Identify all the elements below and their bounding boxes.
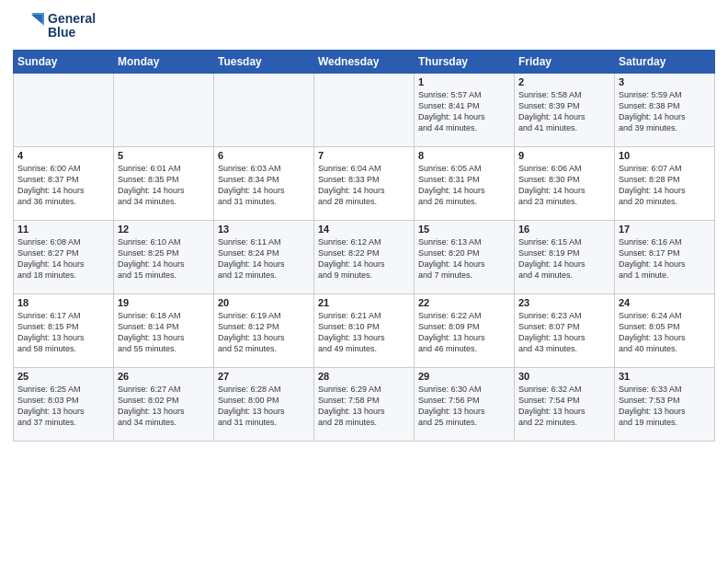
day-info: Sunrise: 6:27 AM Sunset: 8:02 PM Dayligh… (118, 384, 210, 429)
logo: General Blue (13, 9, 96, 42)
day-info: Sunrise: 6:04 AM Sunset: 8:33 PM Dayligh… (318, 163, 410, 208)
day-number: 5 (118, 150, 210, 161)
day-info: Sunrise: 6:18 AM Sunset: 8:14 PM Dayligh… (118, 310, 210, 355)
day-info: Sunrise: 6:23 AM Sunset: 8:07 PM Dayligh… (518, 310, 610, 355)
calendar-cell: 25Sunrise: 6:25 AM Sunset: 8:03 PM Dayli… (14, 368, 114, 442)
day-number: 19 (118, 297, 210, 308)
day-info: Sunrise: 6:01 AM Sunset: 8:35 PM Dayligh… (118, 163, 210, 208)
day-info: Sunrise: 5:59 AM Sunset: 8:38 PM Dayligh… (619, 89, 711, 134)
day-number: 27 (218, 371, 310, 382)
calendar-cell: 11Sunrise: 6:08 AM Sunset: 8:27 PM Dayli… (14, 221, 114, 294)
day-number: 8 (418, 150, 510, 161)
day-info: Sunrise: 5:58 AM Sunset: 8:39 PM Dayligh… (518, 89, 610, 134)
day-number: 30 (518, 371, 610, 382)
day-info: Sunrise: 6:29 AM Sunset: 7:58 PM Dayligh… (318, 384, 410, 429)
day-info: Sunrise: 6:12 AM Sunset: 8:22 PM Dayligh… (318, 236, 410, 282)
calendar-cell: 12Sunrise: 6:10 AM Sunset: 8:25 PM Dayli… (114, 221, 214, 294)
logo-svg (13, 9, 46, 42)
day-info: Sunrise: 5:57 AM Sunset: 8:41 PM Dayligh… (418, 89, 510, 134)
calendar-cell: 15Sunrise: 6:13 AM Sunset: 8:20 PM Dayli… (415, 221, 515, 294)
day-number: 16 (518, 224, 610, 235)
calendar-cell: 3Sunrise: 5:59 AM Sunset: 8:38 PM Daylig… (615, 74, 715, 147)
day-info: Sunrise: 6:32 AM Sunset: 7:54 PM Dayligh… (518, 384, 610, 429)
header: General Blue (13, 9, 715, 42)
day-header-tuesday: Tuesday (214, 51, 314, 74)
calendar-cell: 24Sunrise: 6:24 AM Sunset: 8:05 PM Dayli… (615, 294, 715, 368)
day-info: Sunrise: 6:17 AM Sunset: 8:15 PM Dayligh… (17, 310, 109, 355)
week-row-3: 11Sunrise: 6:08 AM Sunset: 8:27 PM Dayli… (14, 221, 715, 294)
calendar-cell: 13Sunrise: 6:11 AM Sunset: 8:24 PM Dayli… (214, 221, 314, 294)
day-number: 12 (118, 224, 210, 235)
day-info: Sunrise: 6:07 AM Sunset: 8:28 PM Dayligh… (619, 163, 711, 208)
calendar-cell: 30Sunrise: 6:32 AM Sunset: 7:54 PM Dayli… (515, 368, 615, 442)
day-info: Sunrise: 6:24 AM Sunset: 8:05 PM Dayligh… (619, 310, 711, 355)
day-info: Sunrise: 6:05 AM Sunset: 8:31 PM Dayligh… (418, 163, 510, 208)
calendar-cell: 1Sunrise: 5:57 AM Sunset: 8:41 PM Daylig… (415, 74, 515, 147)
day-info: Sunrise: 6:28 AM Sunset: 8:00 PM Dayligh… (218, 384, 310, 429)
day-number: 10 (619, 150, 711, 161)
week-row-4: 18Sunrise: 6:17 AM Sunset: 8:15 PM Dayli… (14, 294, 715, 368)
week-row-1: 1Sunrise: 5:57 AM Sunset: 8:41 PM Daylig… (14, 74, 715, 147)
day-number: 7 (318, 150, 410, 161)
day-number: 17 (619, 224, 711, 235)
calendar-cell: 5Sunrise: 6:01 AM Sunset: 8:35 PM Daylig… (114, 147, 214, 221)
svg-marker-2 (31, 15, 42, 24)
day-info: Sunrise: 6:08 AM Sunset: 8:27 PM Dayligh… (17, 236, 109, 282)
day-header-monday: Monday (114, 51, 214, 74)
day-header-saturday: Saturday (615, 51, 715, 74)
week-row-2: 4Sunrise: 6:00 AM Sunset: 8:37 PM Daylig… (14, 147, 715, 221)
calendar-cell: 21Sunrise: 6:21 AM Sunset: 8:10 PM Dayli… (314, 294, 415, 368)
day-number: 24 (619, 297, 711, 308)
calendar-cell: 29Sunrise: 6:30 AM Sunset: 7:56 PM Dayli… (415, 368, 515, 442)
day-number: 28 (318, 371, 410, 382)
day-info: Sunrise: 6:15 AM Sunset: 8:19 PM Dayligh… (518, 236, 610, 282)
day-number: 15 (418, 224, 510, 235)
day-number: 14 (318, 224, 410, 235)
day-number: 29 (418, 371, 510, 382)
day-info: Sunrise: 6:21 AM Sunset: 8:10 PM Dayligh… (318, 310, 410, 355)
calendar-cell: 26Sunrise: 6:27 AM Sunset: 8:02 PM Dayli… (114, 368, 214, 442)
calendar-cell: 23Sunrise: 6:23 AM Sunset: 8:07 PM Dayli… (515, 294, 615, 368)
day-number: 21 (318, 297, 410, 308)
calendar-cell: 9Sunrise: 6:06 AM Sunset: 8:30 PM Daylig… (515, 147, 615, 221)
day-info: Sunrise: 6:30 AM Sunset: 7:56 PM Dayligh… (418, 384, 510, 429)
day-number: 6 (218, 150, 310, 161)
day-info: Sunrise: 6:22 AM Sunset: 8:09 PM Dayligh… (418, 310, 510, 355)
day-number: 13 (218, 224, 310, 235)
calendar-cell: 22Sunrise: 6:22 AM Sunset: 8:09 PM Dayli… (415, 294, 515, 368)
day-header-sunday: Sunday (14, 51, 114, 74)
calendar-cell (314, 74, 415, 147)
logo-blue: Blue (48, 26, 96, 40)
calendar-cell: 7Sunrise: 6:04 AM Sunset: 8:33 PM Daylig… (314, 147, 415, 221)
calendar-cell: 18Sunrise: 6:17 AM Sunset: 8:15 PM Dayli… (14, 294, 114, 368)
calendar-cell: 2Sunrise: 5:58 AM Sunset: 8:39 PM Daylig… (515, 74, 615, 147)
logo-general: General (48, 12, 96, 26)
day-info: Sunrise: 6:25 AM Sunset: 8:03 PM Dayligh… (17, 384, 109, 429)
calendar-cell (114, 74, 214, 147)
calendar-cell: 6Sunrise: 6:03 AM Sunset: 8:34 PM Daylig… (214, 147, 314, 221)
day-info: Sunrise: 6:11 AM Sunset: 8:24 PM Dayligh… (218, 236, 310, 282)
calendar-table: SundayMondayTuesdayWednesdayThursdayFrid… (13, 50, 715, 442)
calendar-cell: 27Sunrise: 6:28 AM Sunset: 8:00 PM Dayli… (214, 368, 314, 442)
day-header-wednesday: Wednesday (314, 51, 415, 74)
day-info: Sunrise: 6:06 AM Sunset: 8:30 PM Dayligh… (518, 163, 610, 208)
day-number: 1 (418, 76, 510, 87)
day-number: 9 (518, 150, 610, 161)
day-info: Sunrise: 6:03 AM Sunset: 8:34 PM Dayligh… (218, 163, 310, 208)
calendar-cell: 20Sunrise: 6:19 AM Sunset: 8:12 PM Dayli… (214, 294, 314, 368)
day-number: 25 (17, 371, 109, 382)
day-info: Sunrise: 6:10 AM Sunset: 8:25 PM Dayligh… (118, 236, 210, 282)
day-number: 20 (218, 297, 310, 308)
day-info: Sunrise: 6:13 AM Sunset: 8:20 PM Dayligh… (418, 236, 510, 282)
day-number: 2 (518, 76, 610, 87)
calendar-cell: 10Sunrise: 6:07 AM Sunset: 8:28 PM Dayli… (615, 147, 715, 221)
main-container: General Blue SundayMondayTuesdayWednesda… (0, 0, 728, 451)
calendar-cell (214, 74, 314, 147)
calendar-cell: 17Sunrise: 6:16 AM Sunset: 8:17 PM Dayli… (615, 221, 715, 294)
day-header-friday: Friday (515, 51, 615, 74)
day-number: 18 (17, 297, 109, 308)
day-number: 23 (518, 297, 610, 308)
day-number: 3 (619, 76, 711, 87)
calendar-cell: 8Sunrise: 6:05 AM Sunset: 8:31 PM Daylig… (415, 147, 515, 221)
day-number: 26 (118, 371, 210, 382)
